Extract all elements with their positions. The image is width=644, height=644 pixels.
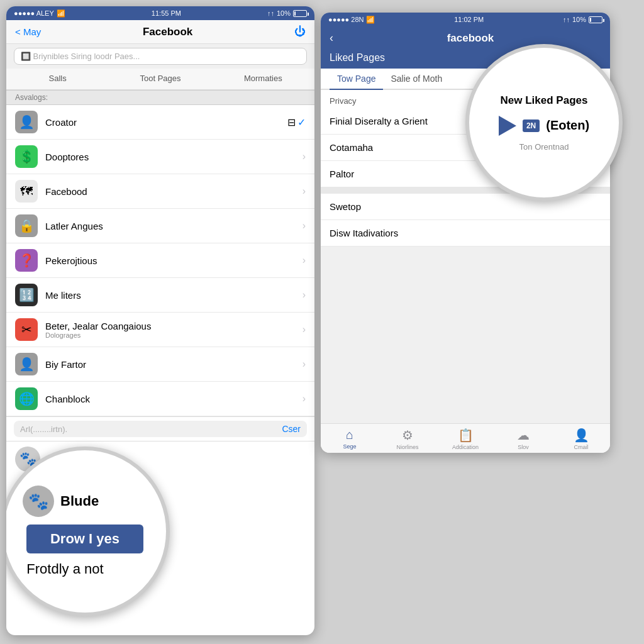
left-nav-back[interactable]: < May — [15, 26, 41, 37]
item-icon-peker: ❓ — [15, 249, 38, 272]
item-icon-croator: 👤 — [15, 111, 38, 133]
left-tab-bar: Salls Toot Pages Mormaties — [6, 69, 314, 90]
right-tab-salie[interactable]: Salie of Moth — [383, 69, 450, 90]
right-spacer — [321, 247, 610, 423]
list-item[interactable]: 💲 Dooptores › — [6, 140, 314, 174]
play-icon[interactable] — [499, 116, 516, 136]
left-phone: ●●●●● ALEY 📶 11:55 PM ↑↑ 10% < May Faceb… — [6, 6, 314, 635]
chevron-icon-2: › — [303, 186, 306, 197]
bottom-tab-cmail[interactable]: 👤 Cmail — [552, 428, 610, 450]
item-text-peker: Pekerojtious — [45, 255, 295, 266]
left-tab-salls[interactable]: Salls — [6, 69, 109, 89]
item-icon-dooptores: 💲 — [15, 145, 38, 168]
list-item[interactable]: 🔒 Latler Angues › — [6, 209, 314, 243]
left-arrows: ↑↑ — [267, 9, 274, 17]
right-battery-bar — [589, 16, 602, 23]
right-nav-bar: ‹ facebook — [321, 26, 610, 50]
bottom-tab-niorlines-label: Niorlines — [396, 444, 418, 450]
zoom-drow-button[interactable]: Drow I yes — [26, 525, 143, 553]
zoom-person-row: 🐾 Blude — [16, 483, 153, 519]
item-text-biy: Biy Fartor — [45, 359, 295, 370]
zoom-avatar: 🐾 — [23, 486, 54, 517]
left-nav-bar: < May Facebook ⏻ — [6, 20, 314, 44]
list-item[interactable]: 🌐 Chanblock › — [6, 382, 314, 416]
zoom-bottom-text: Ton Orentnad — [519, 142, 569, 152]
left-nav-title: Facebook — [143, 26, 192, 38]
left-tab-tootpages[interactable]: Toot Pages — [109, 69, 211, 89]
list-item[interactable]: 🔢 Me liters › — [6, 278, 314, 313]
right-tab-towpage[interactable]: Tow Page — [330, 69, 383, 90]
bottom-tab-sege[interactable]: ⌂ Sege — [321, 428, 379, 450]
list-item[interactable]: 👤 Biy Fartor › — [6, 347, 314, 382]
list-item[interactable]: 🗺 Facebood › — [6, 174, 314, 209]
item-name-5: Me liters — [45, 290, 295, 301]
item-name-0: Croator — [45, 117, 280, 128]
right-wifi-icon: 📶 — [366, 16, 375, 24]
bottom-tab-sege-label: Sege — [343, 443, 356, 450]
left-circle-zoom: 🐾 Blude Drow I yes Frotdly a not — [6, 447, 170, 616]
item-icon-facebood: 🗺 — [15, 180, 38, 203]
item-badge-0: ⊟ ✓ — [287, 116, 306, 128]
left-cser-button[interactable]: Cser — [282, 424, 301, 434]
zoom-person-name: Blude — [60, 493, 99, 509]
item-sub-6: Dolograges — [45, 331, 295, 339]
left-list: 👤 Croator ⊟ ✓ 💲 Dooptores › 🗺 — [6, 105, 314, 416]
cmail-icon: 👤 — [574, 428, 589, 443]
right-carrier: ●●●●● 28N — [328, 16, 364, 23]
niorlines-icon: ⚙ — [402, 428, 413, 443]
left-status-right: ↑↑ 10% — [267, 9, 307, 17]
list-item[interactable]: 👤 Croator ⊟ ✓ — [6, 105, 314, 140]
right-phone-container: ●●●●● 28N 📶 11:02 PM ↑↑ 10% ‹ facebook L… — [321, 6, 610, 453]
left-wifi-icon: 📶 — [57, 9, 65, 18]
item-text-chanblock: Chanblock — [45, 394, 295, 404]
right-status-left: ●●●●● 28N 📶 — [328, 16, 375, 24]
right-bottom-tab-bar: ⌂ Sege ⚙ Niorlines 📋 Addication ☁ Slov 👤 — [321, 423, 610, 453]
addication-icon: 📋 — [458, 428, 474, 443]
item-icon-biy: 👤 — [15, 353, 38, 375]
item-name-7: Biy Fartor — [45, 359, 295, 370]
bottom-tab-addication[interactable]: 📋 Addication — [436, 428, 494, 450]
item-icon-latler: 🔒 — [15, 214, 38, 237]
left-carrier: ●●●●● ALEY — [14, 9, 54, 17]
left-battery-bar — [293, 10, 307, 17]
right-nav-back[interactable]: ‹ — [330, 31, 333, 45]
list-item[interactable]: ✂ Beter, Jealar Coangaious Dolograges › — [6, 313, 314, 347]
left-time: 11:55 PM — [152, 9, 181, 17]
right-status-bar: ●●●●● 28N 📶 11:02 PM ↑↑ 10% — [321, 13, 610, 26]
left-battery-pct: 10% — [277, 9, 291, 17]
chevron-icon-5: › — [303, 289, 306, 301]
right-list-item[interactable]: Disw Itadivatiors — [321, 220, 610, 247]
bottom-tab-cmail-label: Cmail — [574, 444, 588, 450]
item-name-6: Beter, Jealar Coangaious — [45, 321, 295, 331]
left-bottom-input[interactable]: Arl(........irtn). Cser — [14, 421, 307, 437]
list-item[interactable]: ❓ Pekerojtious › — [6, 243, 314, 278]
item-text-dooptores: Dooptores — [45, 152, 295, 162]
item-name-2: Facebood — [45, 186, 295, 197]
chevron-icon-4: › — [303, 255, 306, 266]
zoom-inner: 🐾 Blude Drow I yes Frotdly a not — [6, 477, 166, 586]
right-nav-title: facebook — [340, 32, 601, 45]
item-text-meliters: Me liters — [45, 290, 295, 301]
right-extra-list: Swetop Disw Itadivatiors — [321, 194, 610, 247]
item-name-1: Dooptores — [45, 152, 295, 162]
bottom-tab-slov-label: Slov — [518, 444, 529, 450]
item-icon-meliters: 🔢 — [15, 284, 38, 306]
left-section-header: Asvalogs: — [6, 90, 314, 105]
chevron-icon-7: › — [303, 358, 306, 370]
left-tab-mormaties[interactable]: Mormaties — [212, 69, 314, 89]
bottom-tab-niorlines[interactable]: ⚙ Niorlines — [379, 428, 436, 450]
item-name-4: Pekerojtious — [45, 255, 295, 266]
chevron-icon-1: › — [303, 151, 306, 162]
zoom-title-right: New Liked Pages — [501, 94, 588, 107]
bottom-tab-slov[interactable]: ☁ Slov — [494, 428, 552, 450]
left-bottom-search: Arl(........irtn). Cser — [6, 416, 314, 441]
left-search-input[interactable]: 🔲 Briynibles Siring loodr Paes... — [14, 48, 307, 65]
item-text-croator: Croator — [45, 117, 280, 128]
item-icon-beter: ✂ — [15, 318, 38, 341]
right-battery-pct: 10% — [572, 16, 586, 23]
chevron-icon-3: › — [303, 220, 306, 231]
left-search-placeholder: 🔲 Briynibles Siring loodr Paes... — [21, 52, 140, 61]
zoom-sub-text: Frotdly a not — [26, 558, 143, 580]
left-nav-power-icon[interactable]: ⏻ — [294, 25, 306, 38]
item-name-8: Chanblock — [45, 394, 295, 404]
